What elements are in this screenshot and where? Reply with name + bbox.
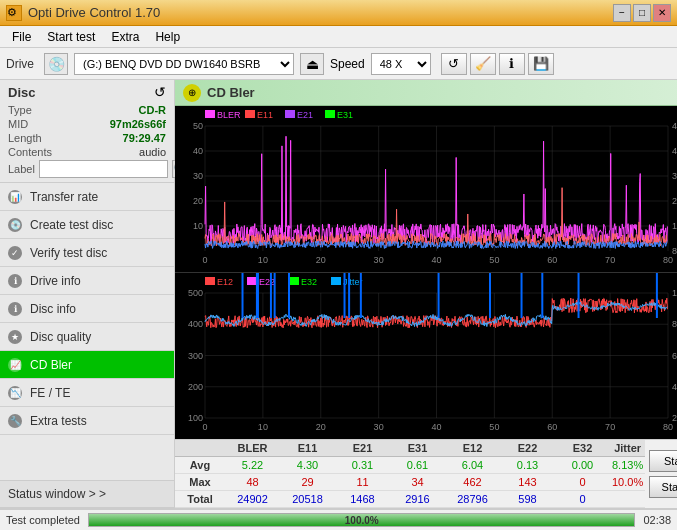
save-button[interactable]: 💾 — [528, 53, 554, 75]
label-input[interactable] — [39, 160, 168, 178]
row-total-label: Total — [175, 492, 225, 506]
sidebar-item-disc-info[interactable]: ℹ Disc info — [0, 295, 174, 323]
mid-value: 97m26s66f — [110, 118, 166, 130]
start-part-button[interactable]: Start part — [649, 476, 677, 498]
nav-items: 📊 Transfer rate 💿 Create test disc ✓ Ver… — [0, 183, 174, 480]
type-value: CD-R — [139, 104, 167, 116]
row-total-e31: 2916 — [390, 492, 445, 506]
row-max-e32: 0 — [555, 475, 610, 489]
sidebar-item-cd-bler[interactable]: 📈 CD Bler — [0, 351, 174, 379]
bler-header: ⊕ CD Bler — [175, 80, 677, 106]
app-title: Opti Drive Control 1.70 — [28, 5, 160, 20]
contents-value: audio — [139, 146, 166, 158]
table-header: BLER E11 E21 E31 E12 E22 E32 Jitter — [175, 440, 645, 457]
drive-label: Drive — [6, 57, 34, 71]
cd-bler-label: CD Bler — [30, 358, 72, 372]
speed-label: Speed — [330, 57, 365, 71]
row-avg-e31: 0.61 — [390, 458, 445, 472]
sidebar-item-drive-info[interactable]: ℹ Drive info — [0, 267, 174, 295]
col-header-e22: E22 — [500, 441, 555, 455]
maximize-button[interactable]: □ — [633, 4, 651, 22]
eject-button[interactable]: ⏏ — [300, 53, 324, 75]
row-avg-jitter: 8.13% — [610, 458, 645, 472]
status-window-button[interactable]: Status window > > — [0, 480, 174, 508]
row-avg-e21: 0.31 — [335, 458, 390, 472]
table-row-max: Max 48 29 11 34 462 143 0 10.0% — [175, 474, 645, 491]
menu-extra[interactable]: Extra — [103, 28, 147, 46]
row-total-bler: 24902 — [225, 492, 280, 506]
top-chart — [175, 106, 677, 271]
top-chart-container — [175, 106, 677, 273]
col-header-bler: BLER — [225, 441, 280, 455]
disc-panel: Disc ↺ Type CD-R MID 97m26s66f Length 79… — [0, 80, 174, 183]
erase-button[interactable]: 🧹 — [470, 53, 496, 75]
status-text: Test completed — [6, 514, 80, 526]
data-table: BLER E11 E21 E31 E12 E22 E32 Jitter Avg … — [175, 440, 645, 508]
speed-select[interactable]: 48 X — [371, 53, 431, 75]
row-avg-bler: 5.22 — [225, 458, 280, 472]
type-label: Type — [8, 104, 32, 116]
col-header-jitter: Jitter — [610, 441, 645, 455]
sidebar-item-create-test-disc[interactable]: 💿 Create test disc — [0, 211, 174, 239]
sidebar-item-fe-te[interactable]: 📉 FE / TE — [0, 379, 174, 407]
bler-icon: ⊕ — [183, 84, 201, 102]
progress-bar: 100.0% — [88, 513, 635, 527]
table-row-total: Total 24902 20518 1468 2916 28796 598 0 — [175, 491, 645, 508]
drivebar: Drive 💿 (G:) BENQ DVD DD DW1640 BSRB ⏏ S… — [0, 48, 677, 80]
row-avg-label: Avg — [175, 458, 225, 472]
extra-tests-label: Extra tests — [30, 414, 87, 428]
start-full-button[interactable]: Start full — [649, 450, 677, 472]
row-total-e32: 0 — [555, 492, 610, 506]
menu-help[interactable]: Help — [147, 28, 188, 46]
row-avg-e12: 6.04 — [445, 458, 500, 472]
drive-icon: 💿 — [44, 53, 68, 75]
transfer-rate-label: Transfer rate — [30, 190, 98, 204]
disc-refresh-button[interactable]: ↺ — [154, 84, 166, 100]
charts-area — [175, 106, 677, 439]
minimize-button[interactable]: − — [613, 4, 631, 22]
row-avg-e32: 0.00 — [555, 458, 610, 472]
sidebar-item-verify-test-disc[interactable]: ✓ Verify test disc — [0, 239, 174, 267]
bler-title: CD Bler — [207, 85, 255, 100]
disc-title: Disc — [8, 85, 35, 100]
time-display: 02:38 — [643, 514, 671, 526]
disc-quality-label: Disc quality — [30, 330, 91, 344]
sidebar-item-transfer-rate[interactable]: 📊 Transfer rate — [0, 183, 174, 211]
contents-label: Contents — [8, 146, 52, 158]
length-label: Length — [8, 132, 42, 144]
cd-bler-icon: 📈 — [8, 358, 22, 372]
info-button[interactable]: ℹ — [499, 53, 525, 75]
menu-start-test[interactable]: Start test — [39, 28, 103, 46]
menu-file[interactable]: File — [4, 28, 39, 46]
disc-info-label: Disc info — [30, 302, 76, 316]
row-total-e12: 28796 — [445, 492, 500, 506]
row-avg-e11: 4.30 — [280, 458, 335, 472]
statusbar: Test completed 100.0% 02:38 — [0, 508, 677, 530]
refresh-button[interactable]: ↺ — [441, 53, 467, 75]
bottom-chart-container — [175, 273, 677, 439]
table-row-avg: Avg 5.22 4.30 0.31 0.61 6.04 0.13 0.00 8… — [175, 457, 645, 474]
sidebar: Disc ↺ Type CD-R MID 97m26s66f Length 79… — [0, 80, 175, 508]
drive-info-label: Drive info — [30, 274, 81, 288]
col-header-e11: E11 — [280, 441, 335, 455]
mid-label: MID — [8, 118, 28, 130]
label-label: Label — [8, 163, 35, 175]
col-header-e21: E21 — [335, 441, 390, 455]
sidebar-item-extra-tests[interactable]: 🔧 Extra tests — [0, 407, 174, 435]
drive-select[interactable]: (G:) BENQ DVD DD DW1640 BSRB — [74, 53, 294, 75]
row-total-e11: 20518 — [280, 492, 335, 506]
disc-quality-icon: ★ — [8, 330, 22, 344]
row-total-e22: 598 — [500, 492, 555, 506]
content-area: ⊕ CD Bler BLER E11 E21 E31 — [175, 80, 677, 508]
sidebar-item-disc-quality[interactable]: ★ Disc quality — [0, 323, 174, 351]
col-header-label — [175, 441, 225, 455]
row-total-e21: 1468 — [335, 492, 390, 506]
row-max-e31: 34 — [390, 475, 445, 489]
length-value: 79:29.47 — [123, 132, 166, 144]
extra-tests-icon: 🔧 — [8, 414, 22, 428]
row-max-e21: 11 — [335, 475, 390, 489]
close-button[interactable]: ✕ — [653, 4, 671, 22]
row-max-e22: 143 — [500, 475, 555, 489]
row-max-label: Max — [175, 475, 225, 489]
row-avg-e22: 0.13 — [500, 458, 555, 472]
